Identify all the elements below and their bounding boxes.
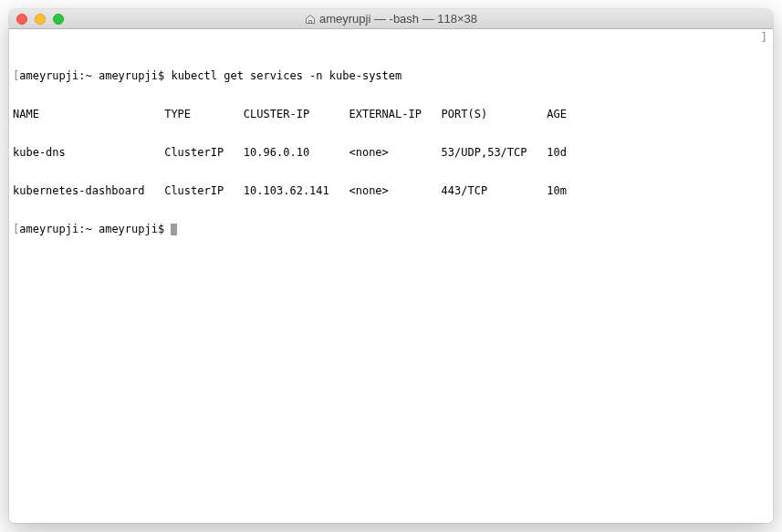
prompt-text: ameyrupji:~ ameyrupji$ (19, 223, 171, 235)
table-row: kube-dns ClusterIP 10.96.0.10 <none> 53/… (13, 146, 769, 159)
window-title: ameyrupji — -bash — 118×38 (319, 12, 477, 26)
command-line-1: [ameyrupji:~ ameyrupji$ kubectl get serv… (13, 69, 769, 82)
terminal-window: ameyrupji — -bash — 118×38 ] [ameyrupji:… (9, 9, 773, 523)
prompt-text: ameyrupji:~ ameyrupji$ (19, 69, 171, 82)
close-button[interactable] (16, 14, 27, 25)
prompt-bracket-close: ] (761, 31, 767, 44)
terminal-body[interactable]: ] [ameyrupji:~ ameyrupji$ kubectl get se… (9, 29, 773, 523)
maximize-button[interactable] (53, 14, 64, 25)
minimize-button[interactable] (35, 14, 46, 25)
command-text: kubectl get services -n kube-system (171, 69, 401, 82)
traffic-lights (9, 14, 64, 25)
window-title-area: ameyrupji — -bash — 118×38 (9, 12, 773, 26)
home-icon (305, 14, 316, 25)
output-header-line: NAME TYPE CLUSTER-IP EXTERNAL-IP PORT(S)… (13, 108, 769, 120)
cursor (171, 224, 177, 235)
command-line-2: [ameyrupji:~ ameyrupji$ (13, 223, 769, 235)
table-row: kubernetes-dashboard ClusterIP 10.103.62… (13, 184, 769, 197)
titlebar[interactable]: ameyrupji — -bash — 118×38 (9, 9, 773, 29)
